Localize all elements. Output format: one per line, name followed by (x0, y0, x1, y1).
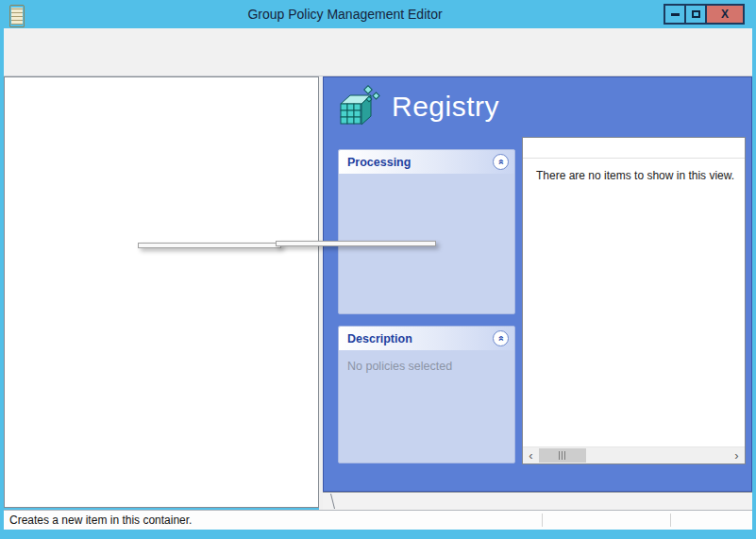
close-button[interactable]: X (705, 4, 745, 25)
scrollbar-thumb[interactable] (539, 448, 586, 463)
result-pane-title: Registry (392, 91, 499, 123)
list-empty-text: There are no items to show in this view. (523, 159, 745, 182)
description-panel-title: Description (347, 332, 493, 345)
menubar (4, 28, 752, 49)
status-text: Creates a new item in this container. (4, 514, 192, 527)
items-list-view: There are no items to show in this view.… (522, 137, 746, 464)
processing-panel-title: Processing (347, 156, 493, 169)
scroll-left-icon[interactable]: ‹ (523, 447, 539, 463)
console-tree-pane (4, 76, 319, 508)
minimize-button[interactable] (664, 4, 686, 25)
new-submenu (276, 241, 436, 246)
maximize-button[interactable] (684, 4, 707, 25)
statusbar: Creates a new item in this container. (4, 510, 752, 530)
view-tabs (323, 492, 752, 510)
maximize-icon (692, 10, 700, 18)
context-menu (138, 243, 281, 248)
list-header (523, 138, 745, 159)
titlebar: Group Policy Management Editor X (0, 0, 756, 28)
collapse-chevron-icon[interactable]: » (493, 154, 509, 170)
minimize-icon (671, 13, 680, 16)
app-icon (9, 5, 25, 27)
scroll-right-icon[interactable]: › (729, 447, 745, 463)
group-policy-management-editor-window: Group Policy Management Editor X (0, 0, 756, 539)
description-panel: Description » No policies selected (338, 326, 515, 463)
window-title: Group Policy Management Editor (57, 7, 633, 22)
horizontal-scrollbar[interactable]: ‹ › (523, 446, 745, 463)
statusbar-separator (542, 514, 543, 527)
processing-panel: Processing » (338, 149, 515, 314)
tab-lead-slant (327, 493, 338, 510)
registry-result-pane: Registry Processing » Description » No p… (323, 76, 752, 492)
toolbar (4, 49, 752, 76)
statusbar-separator (670, 514, 671, 527)
registry-icon (337, 85, 380, 128)
collapse-chevron-icon[interactable]: » (493, 330, 509, 346)
result-pane-area: Registry Processing » Description » No p… (319, 76, 752, 510)
description-panel-body: No policies selected (339, 350, 514, 382)
